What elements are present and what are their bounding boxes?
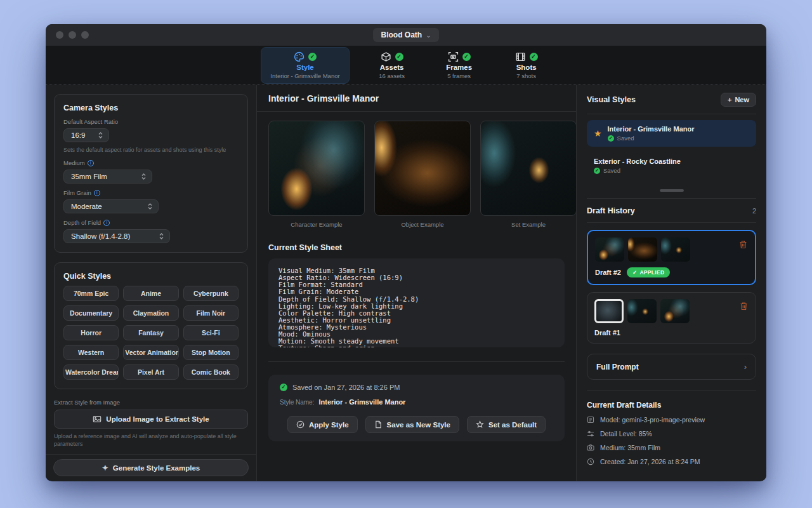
save-status-card: ✓ Saved on Jan 27, 2026 at 8:26 PM Style… [268,375,565,441]
quick-style-button[interactable]: Vector Animation [123,345,178,360]
chevron-up-down-icon [147,203,153,210]
divider [587,390,756,391]
medium-select[interactable]: 35mm Film [63,170,152,184]
quick-style-button[interactable]: Sci-Fi [183,325,239,340]
applied-badge: ✓ APPLIED [627,267,670,277]
object-example-image[interactable] [374,121,471,216]
set-example-image[interactable] [480,121,576,216]
generate-style-examples-button[interactable]: ✦ Generate Style Examples [53,459,249,476]
style-list-item-interior[interactable]: ★ Interior - Grimsville Manor ✓ Saved [587,120,756,147]
style-item-name: Interior - Grimsville Manor [608,125,695,133]
draft-thumbnail[interactable] [595,237,624,262]
tab-shots[interactable]: ✓ Shots 7 shots [502,48,551,83]
divider [587,114,756,114]
project-title-menu[interactable]: Blood Oath ⌄ [373,28,438,42]
chevron-up-down-icon [98,131,103,139]
draft-details-title: Current Draft Details [587,401,756,410]
draft-thumbnail[interactable] [627,299,657,323]
quick-styles-card: Quick Styles 70mm Epic Anime Cyberpunk D… [54,262,248,389]
draft-thumbnail[interactable] [594,299,624,323]
app-window: Blood Oath ⌄ ✓ Style Interior - Gri [46,24,766,481]
star-icon [476,420,484,429]
depth-of-field-select[interactable]: Shallow (f/1.4-2.8) [63,229,170,243]
tab-frames[interactable]: ✓ Frames 5 frames [435,48,484,83]
detail-row-detail-level: Detail Level: 85% [587,430,756,438]
film-strip-icon [515,51,526,62]
shots-complete-check-icon: ✓ [530,53,538,61]
set-as-default-button[interactable]: Set as Default [467,416,546,433]
close-window-button[interactable] [56,31,63,39]
zoom-window-button[interactable] [81,31,89,39]
quick-style-button[interactable]: Comic Book [183,364,239,380]
left-rail-footer: ✦ Generate Style Examples [46,454,256,481]
saved-check-icon: ✓ [608,135,614,142]
quick-style-button[interactable]: Pixel Art [123,364,178,380]
draft-count: 2 [752,207,756,215]
quick-style-button[interactable]: Stop Motion [183,345,239,360]
draft-card-2[interactable]: Draft #2 ✓ APPLIED [587,230,756,285]
minimize-window-button[interactable] [69,31,76,39]
new-style-button[interactable]: + New [721,93,756,107]
style-name-label: Style Name: [280,399,314,406]
panel-resize-handle[interactable] [660,189,684,192]
quick-style-button[interactable]: Documentary [63,305,119,321]
tab-style[interactable]: ✓ Style Interior - Grimsville Manor [261,47,349,84]
object-example: Object Example [374,121,471,228]
quick-style-button[interactable]: Watercolor Dream [63,364,119,380]
sliders-icon [587,430,594,438]
camera-styles-card: Camera Styles Default Aspect Ratio 16:9 … [54,94,248,253]
quick-style-button[interactable]: Cyberpunk [183,286,239,301]
depth-of-field-value: Shallow (f/1.4-2.8) [71,232,130,240]
quick-style-button[interactable]: Claymation [123,305,178,321]
delete-draft-icon[interactable] [740,302,748,311]
styles-history-panel: Visual Styles + New ★ Interior - Grimsvi… [576,85,766,481]
extract-style-help: Upload a reference image and AI will ana… [54,432,248,448]
quick-style-button[interactable]: Western [63,345,119,360]
quick-style-button[interactable]: Anime [123,286,178,301]
titlebar: Blood Oath ⌄ [46,24,766,46]
palette-icon [294,51,304,62]
character-example-caption: Character Example [268,221,365,228]
cube-icon [381,51,391,62]
tab-shots-sublabel: 7 shots [516,72,536,79]
info-icon[interactable]: i [94,190,100,196]
info-icon[interactable]: i [103,220,110,226]
draft-thumbnail[interactable] [661,237,690,262]
quick-style-button[interactable]: 70mm Epic [63,286,119,301]
traffic-lights[interactable] [56,31,89,39]
full-prompt-expander[interactable]: Full Prompt › [587,354,756,380]
tab-assets[interactable]: ✓ Assets 16 assets [367,48,417,83]
style-detail-header: Interior - Grimsville Manor [257,85,576,112]
style-title: Interior - Grimsville Manor [268,93,565,104]
quick-styles-title: Quick Styles [63,272,239,281]
style-list-item-exterior[interactable]: Exterior - Rocky Coastline ✓ Saved [587,152,756,179]
style-settings-scroll[interactable]: Camera Styles Default Aspect Ratio 16:9 … [46,85,256,454]
draft-history-title: Draft History [587,206,635,215]
quick-style-button[interactable]: Fantasy [123,325,178,340]
draft-card-1[interactable]: Draft #1 [587,292,756,344]
draft-label: Draft #2 [595,269,621,276]
quick-style-button[interactable]: Film Noir [183,305,239,321]
saved-check-icon: ✓ [594,168,600,174]
quick-style-button[interactable]: Horror [63,325,119,340]
style-sheet-text[interactable]: Visual Medium: 35mm Film Aspect Ratio: W… [268,258,565,347]
aspect-ratio-select[interactable]: 16:9 [63,128,109,142]
info-icon[interactable]: i [88,160,94,166]
sparkle-icon: ✦ [102,464,108,472]
detail-row-model: Model: gemini-3-pro-image-preview [587,416,756,424]
draft-thumbnail[interactable] [628,237,657,262]
apply-style-button[interactable]: Apply Style [287,416,358,433]
film-grain-value: Moderate [71,203,102,210]
saved-check-icon: ✓ [280,384,287,391]
full-prompt-label: Full Prompt [596,363,639,371]
delete-draft-icon[interactable] [739,240,747,249]
film-grain-select[interactable]: Moderate [63,199,159,213]
tab-shots-label: Shots [516,64,537,71]
saved-timestamp: Saved on Jan 27, 2026 at 8:26 PM [292,384,400,391]
character-example-image[interactable] [268,121,365,216]
image-icon [93,415,102,424]
save-as-new-style-button[interactable]: Save as New Style [365,416,459,433]
upload-image-button[interactable]: Upload Image to Extract Style [54,410,248,429]
style-item-status: Saved [617,135,634,142]
draft-thumbnail[interactable] [660,299,690,323]
